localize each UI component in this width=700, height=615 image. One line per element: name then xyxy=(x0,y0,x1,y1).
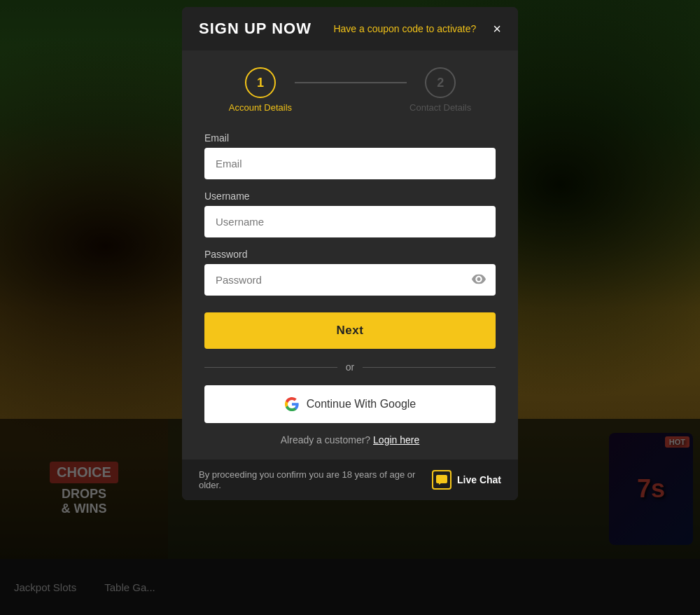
password-toggle-icon[interactable] xyxy=(472,272,486,287)
footer-disclaimer: By proceeding you confirm you are 18 yea… xyxy=(199,469,423,490)
username-input[interactable] xyxy=(204,206,496,237)
google-button-label: Continue With Google xyxy=(307,398,416,410)
step-connector xyxy=(295,82,407,83)
live-chat-button[interactable]: Live Chat xyxy=(432,470,501,490)
chat-icon xyxy=(432,470,451,490)
login-link[interactable]: Login here xyxy=(373,434,419,445)
email-field-group: Email xyxy=(204,132,496,179)
google-signin-button[interactable]: Continue With Google xyxy=(204,385,496,423)
modal-overlay: SIGN UP NOW Have a coupon code to activa… xyxy=(0,0,700,615)
step-2-circle: 2 xyxy=(425,67,456,98)
password-input[interactable] xyxy=(204,264,496,296)
or-divider: or xyxy=(204,361,496,373)
close-button[interactable]: × xyxy=(493,21,501,37)
next-button[interactable]: Next xyxy=(204,312,496,349)
username-label: Username xyxy=(204,191,496,202)
email-label: Email xyxy=(204,132,496,144)
divider-text: or xyxy=(346,361,354,373)
password-field-group: Password xyxy=(204,249,496,296)
password-input-wrapper xyxy=(204,264,496,296)
username-field-group: Username xyxy=(204,191,496,237)
step-1-label: Account Details xyxy=(229,102,292,113)
divider-line-left xyxy=(204,367,337,368)
google-icon xyxy=(284,396,300,412)
signup-modal: SIGN UP NOW Have a coupon code to activa… xyxy=(182,7,518,500)
email-input[interactable] xyxy=(204,148,496,179)
signup-stepper: 1 Account Details 2 Contact Details xyxy=(204,67,496,113)
modal-footer: By proceeding you confirm you are 18 yea… xyxy=(182,459,518,500)
divider-line-right xyxy=(363,367,496,368)
login-text-area: Already a customer? Login here xyxy=(204,434,496,445)
coupon-link[interactable]: Have a coupon code to activate? xyxy=(333,23,476,34)
step-2-item: 2 Contact Details xyxy=(410,67,471,113)
step-2-label: Contact Details xyxy=(410,102,471,113)
step-1-circle: 1 xyxy=(245,67,276,98)
modal-body: 1 Account Details 2 Contact Details Emai… xyxy=(182,50,518,459)
modal-title: SIGN UP NOW xyxy=(199,20,312,38)
already-customer-text: Already a customer? xyxy=(281,434,370,445)
live-chat-label: Live Chat xyxy=(457,474,501,485)
modal-header: SIGN UP NOW Have a coupon code to activa… xyxy=(182,7,518,50)
password-label: Password xyxy=(204,249,496,260)
step-1-item: 1 Account Details xyxy=(229,67,292,113)
